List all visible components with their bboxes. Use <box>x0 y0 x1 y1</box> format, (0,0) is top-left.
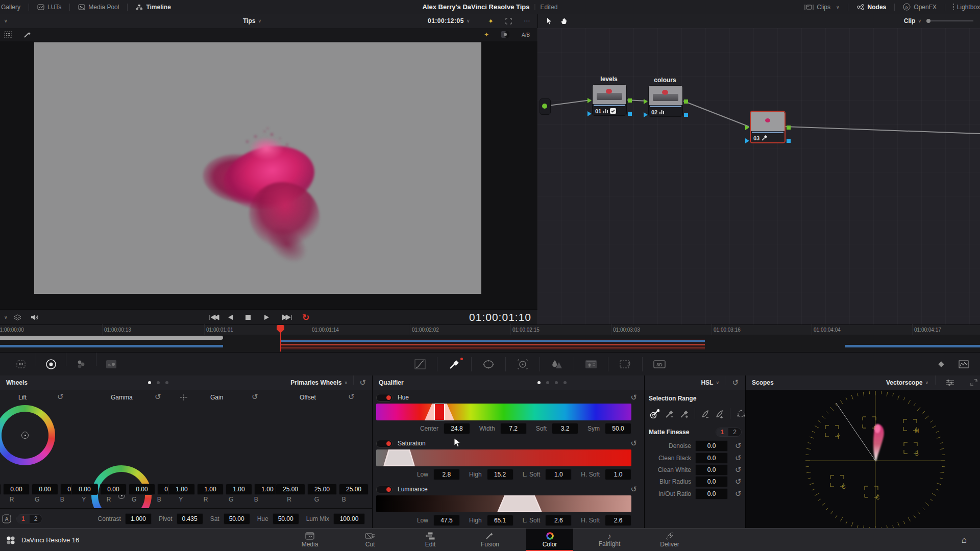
clean-black-value[interactable]: 0.0 <box>695 453 728 464</box>
luminance-range-bar[interactable] <box>376 495 631 512</box>
node-02[interactable]: 02 <box>648 85 683 117</box>
in-out-ratio-value[interactable]: 0.0 <box>695 488 728 499</box>
pan-hand-icon[interactable] <box>560 17 568 24</box>
blur-palette-icon[interactable] <box>545 359 569 369</box>
gamma-y-value[interactable]: 0.00 <box>71 484 98 495</box>
hue-enable-toggle[interactable] <box>376 394 393 402</box>
clean-white-reset-button[interactable]: ↺ <box>735 465 742 474</box>
tab-nodes[interactable]: Nodes <box>848 0 895 14</box>
selection-reset-button[interactable]: ↺ <box>732 378 739 387</box>
lum-lsoft-value[interactable]: 2.6 <box>545 515 572 526</box>
enhanced-viewer-icon[interactable]: ✦ <box>488 17 494 25</box>
pivot-crosshair-icon[interactable] <box>180 394 188 401</box>
matte-tab-1[interactable]: 1 <box>716 428 729 436</box>
node-editor-canvas[interactable]: levels 01 colours 02 <box>537 28 980 324</box>
scope-settings-icon[interactable] <box>945 379 955 387</box>
matte-page-tabs[interactable]: 1 2 <box>716 428 742 437</box>
color-picker-icon[interactable] <box>650 409 659 418</box>
skip-backward-button[interactable] <box>208 314 224 321</box>
node-01[interactable]: 01 <box>592 84 627 116</box>
source-port[interactable] <box>542 104 547 109</box>
picker-add-icon[interactable] <box>680 409 689 418</box>
hue-width-value[interactable]: 7.2 <box>500 423 527 434</box>
gamma-reset-button[interactable]: ↺ <box>155 392 161 402</box>
node-03-rgb-input[interactable] <box>745 125 749 130</box>
timeline-selector[interactable]: Tips ∨ <box>243 17 261 24</box>
node-01-rgb-output[interactable] <box>628 98 632 103</box>
gamma-r-value[interactable]: 0.00 <box>100 484 127 495</box>
blur-radius-reset-button[interactable]: ↺ <box>735 477 742 486</box>
magic-wand-icon[interactable] <box>23 31 32 38</box>
saturation-range-bar[interactable] <box>376 449 631 466</box>
denoise-reset-button[interactable]: ↺ <box>735 441 742 450</box>
viewer-timecode[interactable]: 01:00:12:05 ∨ <box>428 17 470 24</box>
lift-reset-button[interactable]: ↺ <box>57 392 64 402</box>
offset-r-value[interactable]: 25.00 <box>276 484 305 495</box>
tab-clips[interactable]: Clips ∨ <box>796 0 847 14</box>
lum-high-value[interactable]: 65.1 <box>487 515 513 526</box>
sat-hsoft-value[interactable]: 1.0 <box>605 469 631 480</box>
gain-g-value[interactable]: 1.00 <box>226 484 252 495</box>
layers-icon[interactable] <box>14 314 21 321</box>
luminance-reset-button[interactable]: ↺ <box>630 485 637 494</box>
color-match-palette-icon[interactable] <box>69 359 93 369</box>
sizing-palette-icon[interactable] <box>614 359 637 369</box>
hue-center-value[interactable]: 24.8 <box>444 423 470 434</box>
scopes-toggle-icon[interactable] <box>959 360 969 368</box>
wheels-tab-2[interactable]: 2 <box>30 515 42 523</box>
node-02-rgb-output[interactable] <box>684 99 688 104</box>
hue-range-bar[interactable] <box>376 404 631 420</box>
wheels-page-tabs[interactable]: 1 2 <box>16 514 42 523</box>
blur-radius-value[interactable]: 0.0 <box>695 476 728 487</box>
wheels-pagination-dots[interactable] <box>148 381 168 384</box>
node-source[interactable] <box>540 98 551 115</box>
grid-overlay-icon[interactable] <box>4 31 12 38</box>
tracker-palette-icon[interactable] <box>511 359 534 370</box>
node-03-rgb-output[interactable] <box>787 126 791 130</box>
hue-range-marker[interactable] <box>425 404 454 420</box>
hue-reset-button[interactable]: ↺ <box>630 393 637 402</box>
node-02-key-output[interactable] <box>684 113 688 117</box>
wheels-tab-1[interactable]: 1 <box>17 515 30 523</box>
power-windows-palette-icon[interactable] <box>477 359 500 369</box>
offset-reset-button[interactable]: ↺ <box>348 392 355 402</box>
rgb-mixer-palette-icon[interactable] <box>100 360 123 369</box>
in-out-ratio-reset-button[interactable]: ↺ <box>735 489 742 498</box>
tab-lightbox[interactable]: Lightbox <box>945 0 980 14</box>
tab-luts[interactable]: LUTs <box>29 0 69 14</box>
node-01-rgb-input[interactable] <box>587 98 592 103</box>
keyframe-diamond-icon[interactable] <box>937 360 945 368</box>
viewer-canvas[interactable] <box>34 42 481 294</box>
picker-subtract-icon[interactable] <box>665 409 674 418</box>
saturation-enable-toggle[interactable] <box>376 440 393 447</box>
wheels-reset-button[interactable]: ↺ <box>359 378 366 387</box>
viewer-options-icon[interactable]: ⋯ <box>524 17 530 24</box>
step-backward-button[interactable] <box>227 314 242 321</box>
softness-add-icon[interactable] <box>715 409 724 418</box>
node-zoom-slider[interactable] <box>926 20 973 21</box>
luminance-enable-toggle[interactable] <box>376 486 393 493</box>
gain-y-value[interactable]: 1.00 <box>168 484 195 495</box>
sat-low-value[interactable]: 2.8 <box>433 469 460 480</box>
gain-r-value[interactable]: 1.00 <box>197 484 224 495</box>
invert-selection-icon[interactable] <box>736 409 746 418</box>
nav-page-fusion[interactable]: Fusion <box>467 529 513 551</box>
tab-media-pool[interactable]: Media Pool <box>70 0 127 14</box>
qualifier-palette-icon[interactable] <box>443 359 466 370</box>
nav-page-color[interactable]: Color <box>526 529 573 551</box>
node-03-key-input[interactable] <box>745 138 749 143</box>
hue-sym-value[interactable]: 50.0 <box>605 423 631 434</box>
sat-high-value[interactable]: 15.2 <box>487 469 513 480</box>
lum-hsoft-value[interactable]: 2.6 <box>605 515 631 526</box>
nav-page-edit[interactable]: Edit <box>407 529 454 551</box>
node-zoom-slider-handle[interactable] <box>926 19 930 23</box>
node-01-key-output[interactable] <box>628 112 632 116</box>
offset-b-value[interactable]: 25.00 <box>339 484 369 495</box>
curves-palette-icon[interactable] <box>408 359 432 369</box>
hue-adjust-value[interactable]: 50.00 <box>273 513 299 524</box>
image-enhance-icon[interactable]: ✦ <box>484 31 489 38</box>
nav-page-cut[interactable]: Cut <box>347 529 394 551</box>
ab-compare-toggle[interactable]: A/B <box>522 32 530 38</box>
split-view-icon[interactable] <box>501 31 509 38</box>
hue-soft-value[interactable]: 3.2 <box>552 423 578 434</box>
